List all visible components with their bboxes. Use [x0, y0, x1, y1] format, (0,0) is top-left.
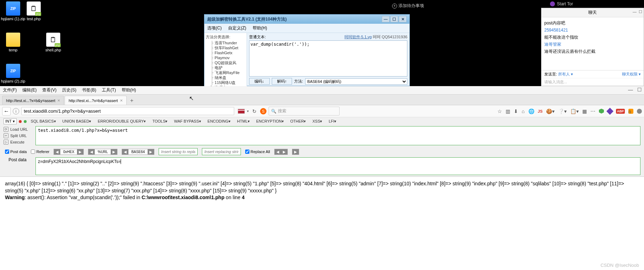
hb-tools[interactable]: TOOLS▾ — [150, 119, 170, 124]
replaceall-checkbox[interactable]: Replace All — [245, 150, 270, 154]
watermark: CSDN @IsecNoob — [600, 263, 639, 268]
hb-union[interactable]: UNION BASED▾ — [60, 119, 94, 124]
chat-sendto-select[interactable]: 所有人 ▾ — [558, 72, 573, 76]
tab-2[interactable]: http://test.xi...?x=b&y=assert× — [65, 96, 126, 105]
postdata-input[interactable]: z=dmFyX2R1bXAoc2NhbmRpcignLicpKTs= — [35, 157, 640, 175]
encoder-link[interactable]: 呵呵软件·5.1.vg — [345, 35, 372, 39]
encoder-textarea[interactable] — [249, 40, 407, 77]
menu-help[interactable]: 帮助(H) — [253, 25, 267, 31]
red-dot-icon[interactable] — [19, 120, 22, 123]
output-array: array(16) { [0]=> string(1) "." [1]=> st… — [5, 180, 639, 194]
gray-circle-icon[interactable] — [637, 109, 642, 114]
decode-button[interactable]: 解码↑ — [272, 78, 292, 85]
hackbar-url-input[interactable]: test.xiaodi8.com/1.php?x=b&y=assert — [35, 126, 640, 145]
flag-icon[interactable] — [238, 109, 245, 114]
tab-close-icon[interactable]: × — [57, 98, 60, 103]
library-icon[interactable]: ▥ — [506, 108, 510, 114]
tab-strip: http://test.xi...?x=b&y=assert× http://t… — [0, 95, 644, 105]
menu-tools[interactable]: 工具(T) — [102, 87, 116, 93]
oxhex-button[interactable]: ◀0xHEX▶ — [54, 149, 84, 155]
abp-icon[interactable]: ABP — [616, 109, 625, 114]
browser-max[interactable]: ☐ — [637, 87, 642, 92]
search-input[interactable]: 🔍 搜索 — [269, 107, 340, 116]
url-input[interactable]: test.xiaodi8.com/1.php?x=b&y=assert — [21, 107, 234, 115]
green-dot-icon[interactable] — [24, 120, 27, 123]
menu-help[interactable]: 帮助(H) — [122, 87, 136, 93]
hb-encoding[interactable]: ENCODING▾ — [205, 119, 233, 124]
chat-min[interactable]: — — [633, 10, 637, 14]
maximize-button[interactable]: ☐ — [390, 16, 398, 22]
postdata-checkbox[interactable]: Post data — [5, 150, 27, 154]
base64-button[interactable]: ◀BASE64▶ — [122, 149, 154, 155]
chat-max[interactable]: ☐ — [639, 10, 642, 14]
encode-button[interactable]: 编码↓ — [249, 78, 270, 85]
hackbar-type-select[interactable]: INT ▾ — [4, 118, 17, 124]
desktop-icon-temp[interactable]: temp — [1, 33, 26, 52]
home-icon[interactable]: ⌂ — [522, 108, 524, 114]
desktop-icon-hpjiami2[interactable]: ZIPhpjiami (2).zip — [1, 64, 26, 83]
replace-to-input[interactable] — [202, 148, 241, 155]
replace-go-button[interactable]: ◀▶ — [274, 149, 288, 155]
hb-other[interactable]: OTHER▾ — [288, 119, 308, 124]
chat-input[interactable]: 请输入消息... — [541, 78, 644, 86]
load-url-button[interactable]: ⟳Load URL — [4, 126, 35, 133]
download-icon[interactable]: ⬇ — [514, 108, 518, 114]
noscript-icon[interactable]: S — [260, 108, 266, 114]
desktop-icon-testphp[interactable]: phptest.php — [21, 1, 46, 21]
tab-1[interactable]: http://test.xi...?x=b&y=assert× — [2, 96, 64, 105]
site-info-icon[interactable]: i — [13, 108, 19, 114]
chat-user-name[interactable]: 迪哥管家 — [544, 41, 641, 48]
menu-history[interactable]: 历史(S) — [62, 87, 76, 93]
chat-permission[interactable]: 聊天权限 ▾ — [622, 72, 641, 77]
taskbar-addtodo[interactable]: +添加待办事项 — [392, 3, 424, 9]
shield-icon[interactable] — [599, 109, 604, 114]
encoder-category-tree[interactable]: 方法分类选择: 迅雷Thunder 快车FlashGet FlashGetx P… — [204, 33, 247, 86]
browser-min[interactable]: — — [628, 87, 633, 92]
js-icon[interactable]: JS — [538, 109, 543, 113]
bookmark-star-icon[interactable]: ☆ — [497, 108, 502, 114]
encoder-window: 超级加解密转换工具V2.1 (支持104种方法) — ☐ ✕ 选项(C) 自定义… — [204, 14, 410, 86]
menu-view[interactable]: 查看(V) — [42, 87, 56, 93]
address-bar: ← i test.xiaodi8.com/1.php?x=b&y=assert … — [0, 105, 644, 117]
tab-close-icon[interactable]: × — [120, 98, 123, 103]
back-button[interactable]: ← — [2, 107, 11, 116]
list-icon[interactable]: 📋▾ — [570, 108, 579, 114]
referer-checkbox[interactable]: Referer — [31, 150, 49, 154]
split-url-button[interactable]: ✂Split URL — [4, 133, 35, 139]
encoder-titlebar[interactable]: 超级加解密转换工具V2.1 (支持104种方法) — ☐ ✕ — [204, 15, 409, 24]
hb-sql[interactable]: SQL BASICS▾ — [29, 119, 58, 124]
minimize-button[interactable]: — — [382, 16, 390, 22]
cube-icon[interactable] — [606, 108, 613, 115]
options-icon[interactable]: ⋯ — [590, 108, 595, 114]
replace-from-input[interactable] — [159, 148, 198, 155]
url-button[interactable]: ◀%URL▶ — [88, 149, 117, 155]
execute-button[interactable]: ▷Execute — [4, 139, 35, 145]
menu-file[interactable]: 文件(F) — [3, 87, 17, 93]
hb-xss[interactable]: XSS▾ — [310, 119, 324, 124]
method-select[interactable]: BASE64 (编码解码) — [305, 78, 407, 85]
globe-icon[interactable]: 🌐 — [528, 108, 534, 114]
hb-error[interactable]: ERROR/DOUBLE QUERY▾ — [95, 119, 148, 124]
hb-lfi[interactable]: LFI▾ — [326, 119, 338, 124]
close-button[interactable]: ✕ — [399, 16, 407, 22]
chat-user-id[interactable]: 2594581421 — [544, 27, 641, 34]
menu-custom[interactable]: 自定义(Z) — [228, 25, 246, 31]
dev-icon[interactable]: ▦ — [582, 108, 587, 114]
menu-edit[interactable]: 编辑(E) — [22, 87, 37, 93]
hb-encryption[interactable]: ENCRYPTION▾ — [254, 119, 286, 124]
extra-button[interactable]: ▶ — [292, 149, 299, 155]
taskbar-start-tor[interactable]: Start Tor — [550, 1, 573, 6]
hb-html[interactable]: HTML▾ — [235, 119, 252, 124]
desktop-icon-shellphp[interactable]: phpshell.php — [41, 33, 66, 52]
square-icon[interactable]: n — [628, 109, 633, 114]
menu-bookmarks[interactable]: 书签(B) — [82, 87, 96, 93]
reload-button[interactable]: ↻ — [251, 108, 258, 114]
help-icon[interactable]: ❔▾ — [558, 108, 567, 114]
browser-window: 文件(F) 编辑(E) 查看(V) 历史(S) 书签(B) 工具(T) 帮助(H… — [0, 86, 644, 270]
plus-icon: + — [392, 4, 397, 9]
cookie-icon[interactable]: 🍪▾ — [546, 108, 555, 114]
hb-waf[interactable]: WAF BYPASS▾ — [172, 119, 203, 124]
new-tab-button[interactable]: + — [127, 96, 136, 105]
menu-options[interactable]: 选项(C) — [207, 25, 222, 31]
chat-panel: 聊天 —☐ post内容吧 2594581421 能不能改这个指纹 迪哥管家 迪… — [541, 8, 644, 86]
